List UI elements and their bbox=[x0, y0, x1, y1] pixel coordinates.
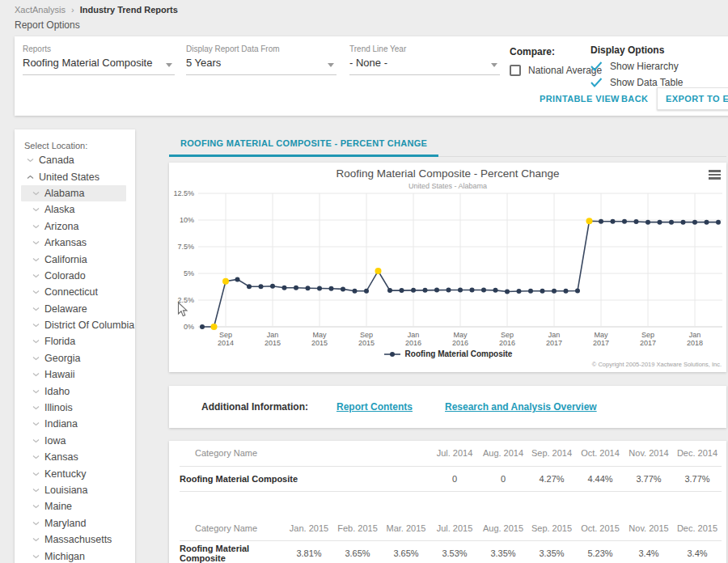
data-point[interactable] bbox=[692, 220, 697, 225]
chevron-down-icon[interactable] bbox=[32, 455, 40, 459]
chevron-down-icon[interactable] bbox=[32, 389, 40, 394]
sidebar-item-indiana[interactable]: Indiana bbox=[21, 416, 126, 432]
national-average-checkbox[interactable] bbox=[510, 65, 521, 76]
sidebar-item-louisiana[interactable]: Louisiana bbox=[21, 482, 126, 498]
chevron-down-icon[interactable] bbox=[32, 191, 40, 196]
chevron-down-icon[interactable] bbox=[32, 290, 40, 294]
chevron-down-icon[interactable] bbox=[32, 323, 40, 328]
sidebar-item-michigan[interactable]: Michigan bbox=[21, 548, 126, 563]
sidebar-item-connecticut[interactable]: Connecticut bbox=[21, 284, 126, 300]
data-point[interactable] bbox=[353, 289, 358, 294]
data-point[interactable] bbox=[423, 288, 428, 293]
chevron-down-icon[interactable] bbox=[32, 339, 40, 344]
chevron-down-icon[interactable] bbox=[32, 438, 40, 443]
chevron-down-icon[interactable] bbox=[32, 356, 40, 361]
chevron-down-icon[interactable] bbox=[32, 273, 40, 278]
chevron-down-icon[interactable] bbox=[32, 421, 40, 426]
data-point[interactable] bbox=[282, 286, 287, 290]
sidebar-item-united-states[interactable]: United States bbox=[21, 168, 126, 184]
data-point[interactable] bbox=[387, 288, 392, 293]
chevron-down-icon[interactable] bbox=[32, 405, 40, 410]
show-data-table-option[interactable]: Show Data Table bbox=[590, 76, 684, 88]
data-point[interactable] bbox=[634, 219, 639, 224]
sidebar-item-georgia[interactable]: Georgia bbox=[21, 350, 126, 366]
sidebar-item-illinois[interactable]: Illinois bbox=[21, 400, 126, 416]
chevron-up-icon[interactable] bbox=[27, 175, 34, 180]
chevron-down-icon[interactable] bbox=[27, 158, 34, 163]
chevron-down-icon[interactable] bbox=[32, 472, 40, 476]
highlighted-data-point[interactable] bbox=[586, 218, 593, 224]
data-point[interactable] bbox=[400, 288, 404, 293]
data-point[interactable] bbox=[470, 287, 475, 292]
data-point[interactable] bbox=[411, 288, 416, 293]
data-point[interactable] bbox=[341, 286, 345, 291]
sidebar-item-alabama[interactable]: Alabama bbox=[21, 185, 126, 201]
chevron-down-icon[interactable] bbox=[32, 504, 40, 509]
chevron-down-icon[interactable] bbox=[32, 372, 40, 377]
dropdown-caret-icon[interactable] bbox=[491, 63, 497, 67]
report-contents-link[interactable]: Report Contents bbox=[336, 401, 413, 413]
sidebar-item-arizona[interactable]: Arizona bbox=[21, 218, 126, 235]
chevron-down-icon[interactable] bbox=[32, 240, 40, 245]
sidebar-item-arkansas[interactable]: Arkansas bbox=[21, 235, 126, 251]
data-point[interactable] bbox=[611, 219, 616, 224]
chart-legend[interactable]: Roofing Material Composite bbox=[169, 349, 726, 358]
data-point[interactable] bbox=[622, 219, 627, 224]
data-point[interactable] bbox=[528, 289, 533, 294]
trend-line-year-select[interactable]: Trend Line Year- None - bbox=[349, 44, 500, 75]
sidebar-item-district-of-columbia[interactable]: District Of Columbia bbox=[21, 317, 126, 333]
sidebar-item-iowa[interactable]: Iowa bbox=[21, 433, 126, 449]
data-point[interactable] bbox=[306, 286, 311, 290]
data-point[interactable] bbox=[481, 287, 486, 292]
data-point[interactable] bbox=[447, 287, 451, 292]
sidebar-item-massachusetts[interactable]: Massachusetts bbox=[21, 531, 126, 548]
data-point[interactable] bbox=[575, 289, 580, 294]
display-report-data-from-select[interactable]: Display Report Data From5 Years bbox=[186, 44, 336, 75]
chevron-down-icon[interactable] bbox=[32, 224, 40, 229]
chart-menu-icon[interactable] bbox=[709, 170, 721, 181]
data-point[interactable] bbox=[705, 220, 709, 225]
data-point[interactable] bbox=[517, 289, 522, 294]
sidebar-item-alaska[interactable]: Alaska bbox=[21, 201, 126, 218]
sidebar-item-colorado[interactable]: Colorado bbox=[21, 268, 126, 284]
sidebar-item-california[interactable]: California bbox=[21, 251, 126, 267]
back-button[interactable]: BACK bbox=[621, 87, 648, 110]
highlighted-data-point[interactable] bbox=[375, 268, 382, 274]
data-point[interactable] bbox=[317, 286, 322, 290]
data-point[interactable] bbox=[716, 220, 721, 225]
dropdown-caret-icon[interactable] bbox=[166, 63, 172, 67]
highlighted-data-point[interactable] bbox=[222, 278, 229, 285]
data-point[interactable] bbox=[505, 289, 510, 294]
data-point[interactable] bbox=[669, 220, 674, 225]
chevron-down-icon[interactable] bbox=[32, 521, 40, 526]
sidebar-item-hawaii[interactable]: Hawaii bbox=[21, 366, 126, 383]
show-hierarchy-option[interactable]: Show Hierarchy bbox=[590, 60, 684, 72]
highlighted-data-point[interactable] bbox=[211, 324, 218, 330]
data-point[interactable] bbox=[645, 220, 650, 225]
chevron-down-icon[interactable] bbox=[32, 207, 40, 212]
sidebar-item-kansas[interactable]: Kansas bbox=[21, 449, 126, 465]
data-point[interactable] bbox=[235, 277, 240, 282]
data-point[interactable] bbox=[200, 324, 205, 329]
export-to-excel-button[interactable]: EXPORT TO EXCEL bbox=[657, 87, 728, 110]
sidebar-item-canada[interactable]: Canada bbox=[21, 152, 126, 168]
data-point[interactable] bbox=[270, 284, 275, 289]
data-point[interactable] bbox=[247, 284, 252, 289]
sidebar-item-kentucky[interactable]: Kentucky bbox=[21, 465, 126, 481]
data-point[interactable] bbox=[540, 289, 545, 294]
chevron-down-icon[interactable] bbox=[32, 554, 40, 559]
data-point[interactable] bbox=[681, 220, 686, 225]
reports-select[interactable]: ReportsRoofing Material Composite bbox=[23, 44, 175, 75]
sidebar-item-maine[interactable]: Maine bbox=[21, 498, 126, 514]
sidebar-item-idaho[interactable]: Idaho bbox=[21, 383, 126, 399]
data-point[interactable] bbox=[434, 288, 439, 293]
data-point[interactable] bbox=[294, 286, 298, 290]
sidebar-item-florida[interactable]: Florida bbox=[21, 333, 126, 349]
sidebar-item-delaware[interactable]: Delaware bbox=[21, 301, 126, 317]
data-point[interactable] bbox=[364, 289, 369, 294]
tab-roofing-material-composite-percent-change[interactable]: ROOFING MATERIAL COMPOSITE - PERCENT CHA… bbox=[169, 132, 438, 157]
sidebar-item-maryland[interactable]: Maryland bbox=[21, 515, 126, 531]
chevron-down-icon[interactable] bbox=[32, 488, 40, 493]
data-point[interactable] bbox=[329, 286, 334, 291]
chevron-down-icon[interactable] bbox=[32, 257, 40, 262]
